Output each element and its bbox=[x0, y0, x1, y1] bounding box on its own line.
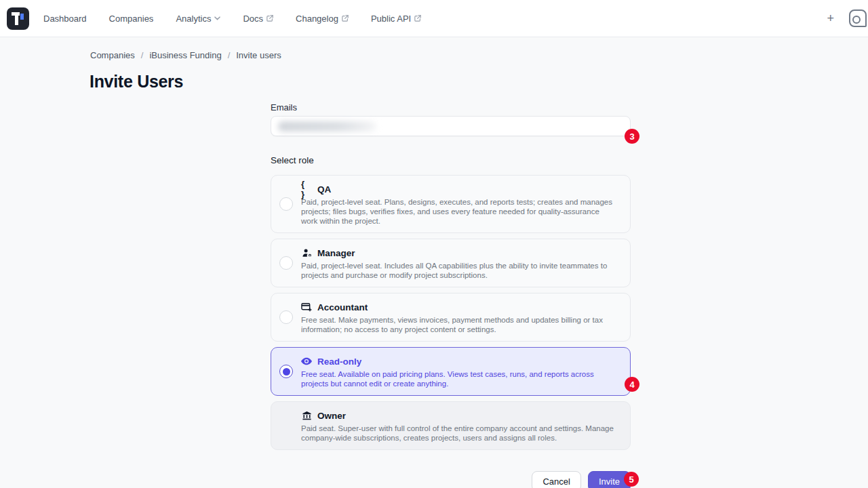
external-link-icon bbox=[342, 15, 349, 22]
nav-item-analytics[interactable]: Analytics bbox=[176, 14, 220, 24]
emails-label: Emails bbox=[271, 102, 631, 113]
role-name: Manager bbox=[317, 248, 355, 258]
role-name: Accountant bbox=[317, 302, 368, 312]
bank-icon bbox=[301, 410, 312, 421]
account-icon[interactable] bbox=[849, 9, 867, 27]
select-role-label: Select role bbox=[271, 155, 631, 166]
role-option-qa[interactable]: { } QA Paid, project-level seat. Plans, … bbox=[271, 175, 631, 233]
role-option-manager[interactable]: Manager Paid, project-level seat. Includ… bbox=[271, 239, 631, 287]
radio-wrap bbox=[271, 182, 301, 226]
cancel-button[interactable]: Cancel bbox=[532, 471, 580, 488]
nav-item-dashboard[interactable]: Dashboard bbox=[43, 14, 87, 24]
nav-item-label: Analytics bbox=[176, 14, 211, 24]
user-gear-icon bbox=[301, 247, 312, 258]
role-option-accountant[interactable]: Accountant Free seat. Make payments, vie… bbox=[271, 293, 631, 342]
emails-input[interactable] bbox=[271, 116, 631, 136]
app-logo[interactable] bbox=[7, 7, 29, 30]
nav-item-label: Docs bbox=[243, 14, 263, 24]
breadcrumb-item-invite-users[interactable]: Invite users bbox=[236, 50, 281, 60]
radio-wrap bbox=[271, 354, 301, 388]
breadcrumb-separator: / bbox=[228, 50, 231, 60]
role-name: QA bbox=[317, 184, 331, 195]
redacted-email-value bbox=[278, 121, 377, 131]
top-navigation: Dashboard Companies Analytics Docs Chang… bbox=[0, 0, 868, 37]
role-content: Read-only Free seat. Available on paid p… bbox=[301, 354, 619, 388]
role-description: Free seat. Make payments, views invoices… bbox=[301, 315, 618, 334]
page-title: Invite Users bbox=[90, 72, 183, 92]
external-link-icon bbox=[414, 15, 421, 22]
logo-shape bbox=[20, 14, 24, 20]
role-content: Manager Paid, project-level seat. Includ… bbox=[301, 246, 619, 280]
annotation-badge-3: 3 bbox=[625, 129, 639, 144]
external-link-icon bbox=[267, 15, 273, 22]
braces-icon: { } bbox=[301, 184, 312, 195]
nav-links: Dashboard Companies Analytics Docs Chang… bbox=[43, 14, 421, 24]
annotation-badge-4: 4 bbox=[625, 377, 639, 392]
role-content: Owner Paid seat. Super-user with full co… bbox=[301, 409, 619, 443]
chevron-down-icon bbox=[214, 16, 220, 20]
role-options-list: { } QA Paid, project-level seat. Plans, … bbox=[271, 175, 631, 450]
breadcrumb-item-company[interactable]: iBusiness Funding bbox=[149, 50, 221, 60]
breadcrumb-item-companies[interactable]: Companies bbox=[90, 50, 135, 60]
nav-item-docs[interactable]: Docs bbox=[243, 14, 273, 24]
radio-button[interactable] bbox=[279, 310, 293, 324]
radio-button-selected[interactable] bbox=[279, 365, 293, 378]
role-name: Owner bbox=[317, 411, 346, 421]
role-option-owner: Owner Paid seat. Super-user with full co… bbox=[271, 401, 631, 450]
radio-button[interactable] bbox=[279, 256, 293, 270]
nav-item-label: Public API bbox=[371, 14, 411, 24]
role-content: { } QA Paid, project-level seat. Plans, … bbox=[301, 182, 619, 226]
breadcrumb: Companies / iBusiness Funding / Invite u… bbox=[90, 50, 281, 60]
logo-shape bbox=[15, 12, 18, 25]
radio-wrap bbox=[271, 246, 301, 280]
radio-button[interactable] bbox=[279, 197, 293, 211]
nav-item-companies[interactable]: Companies bbox=[109, 14, 154, 24]
form-actions: Cancel Invite bbox=[271, 471, 631, 488]
plus-icon[interactable]: + bbox=[827, 12, 834, 24]
role-description: Paid, project-level seat. Includes all Q… bbox=[301, 261, 618, 280]
role-description: Paid seat. Super-user with full control … bbox=[301, 424, 618, 443]
role-option-read-only[interactable]: Read-only Free seat. Available on paid p… bbox=[271, 347, 631, 396]
eye-icon bbox=[301, 356, 312, 367]
card-plus-icon bbox=[301, 302, 312, 312]
role-description: Paid, project-level seat. Plans, designs… bbox=[301, 197, 618, 226]
role-name: Read-only bbox=[317, 357, 361, 367]
nav-item-label: Changelog bbox=[296, 14, 338, 24]
role-content: Accountant Free seat. Make payments, vie… bbox=[301, 300, 619, 334]
nav-item-changelog[interactable]: Changelog bbox=[296, 14, 349, 24]
nav-item-label: Dashboard bbox=[43, 14, 87, 24]
invite-users-form: Emails Select role { } QA Paid, project-… bbox=[271, 102, 631, 488]
annotation-badge-5: 5 bbox=[624, 472, 639, 487]
nav-right-actions: + bbox=[827, 9, 857, 27]
breadcrumb-separator: / bbox=[141, 50, 144, 60]
radio-wrap bbox=[271, 409, 301, 443]
radio-wrap bbox=[271, 300, 301, 334]
nav-item-public-api[interactable]: Public API bbox=[371, 14, 421, 24]
role-description: Free seat. Available on paid pricing pla… bbox=[301, 369, 618, 388]
nav-item-label: Companies bbox=[109, 14, 154, 24]
